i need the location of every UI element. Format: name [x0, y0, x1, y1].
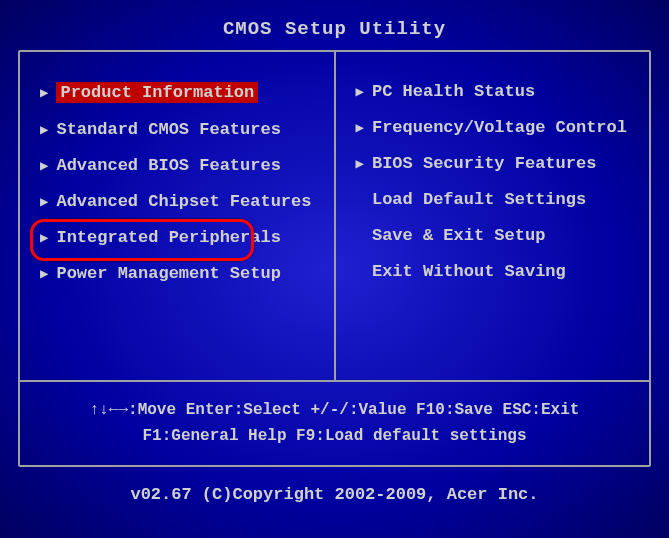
menu-label: PC Health Status — [372, 82, 535, 101]
menu-item-advanced-bios[interactable]: ▶ Advanced BIOS Features — [32, 151, 322, 180]
menu-item-product-information[interactable]: ▶ Product Information — [32, 77, 322, 108]
title: CMOS Setup Utility — [223, 18, 446, 40]
triangle-right-icon: ▶ — [356, 83, 364, 100]
menu-label: Standard CMOS Features — [56, 120, 280, 139]
menu-label: Advanced BIOS Features — [56, 156, 280, 175]
help-line-2: F1:General Help F9:Load default settings — [40, 424, 629, 450]
menu-label: Load Default Settings — [372, 190, 586, 209]
triangle-right-icon: ▶ — [40, 84, 48, 101]
menu-left-column: ▶ Product Information ▶ Standard CMOS Fe… — [20, 52, 336, 380]
menu-item-load-defaults[interactable]: ▶ Load Default Settings — [348, 185, 638, 214]
menu-label: Frequency/Voltage Control — [372, 118, 627, 137]
menu-label: Advanced Chipset Features — [56, 192, 311, 211]
menu-item-bios-security[interactable]: ▶ BIOS Security Features — [348, 149, 638, 178]
menu-right-column: ▶ PC Health Status ▶ Frequency/Voltage C… — [336, 52, 650, 380]
menu-label: BIOS Security Features — [372, 154, 596, 173]
triangle-right-icon: ▶ — [40, 265, 48, 282]
triangle-right-icon: ▶ — [356, 119, 364, 136]
menu-item-frequency-voltage[interactable]: ▶ Frequency/Voltage Control — [348, 113, 638, 142]
title-bar: CMOS Setup Utility — [8, 8, 661, 50]
menu-item-exit-nosave[interactable]: ▶ Exit Without Saving — [348, 257, 638, 286]
menu-label: Save & Exit Setup — [372, 226, 545, 245]
menu-container: ▶ Product Information ▶ Standard CMOS Fe… — [20, 52, 649, 382]
menu-item-advanced-chipset[interactable]: ▶ Advanced Chipset Features — [32, 187, 322, 216]
copyright: v02.67 (C)Copyright 2002-2009, Acer Inc. — [130, 485, 538, 504]
triangle-right-icon: ▶ — [40, 121, 48, 138]
menu-label: Product Information — [56, 82, 258, 103]
triangle-right-icon: ▶ — [40, 229, 48, 246]
help-line-1: ↑↓←→:Move Enter:Select +/-/:Value F10:Sa… — [40, 398, 629, 424]
menu-item-pc-health[interactable]: ▶ PC Health Status — [348, 77, 638, 106]
menu-label: Integrated Peripherals — [56, 228, 280, 247]
help-section: ↑↓←→:Move Enter:Select +/-/:Value F10:Sa… — [20, 382, 649, 465]
menu-label: Exit Without Saving — [372, 262, 566, 281]
triangle-right-icon: ▶ — [40, 193, 48, 210]
menu-item-integrated-peripherals[interactable]: ▶ Integrated Peripherals — [32, 223, 322, 252]
triangle-right-icon: ▶ — [356, 155, 364, 172]
footer: v02.67 (C)Copyright 2002-2009, Acer Inc. — [8, 467, 661, 522]
menu-item-power-management[interactable]: ▶ Power Management Setup — [32, 259, 322, 288]
menu-item-standard-cmos[interactable]: ▶ Standard CMOS Features — [32, 115, 322, 144]
main-frame: ▶ Product Information ▶ Standard CMOS Fe… — [18, 50, 651, 467]
menu-label: Power Management Setup — [56, 264, 280, 283]
menu-item-save-exit[interactable]: ▶ Save & Exit Setup — [348, 221, 638, 250]
triangle-right-icon: ▶ — [40, 157, 48, 174]
